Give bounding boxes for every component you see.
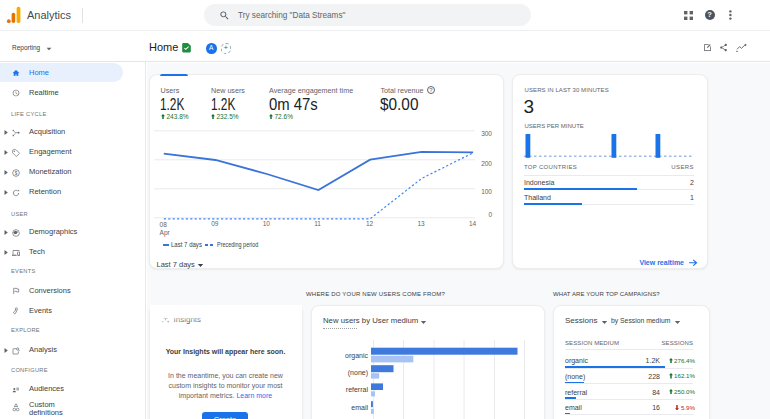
svg-text:$: $ [15,170,18,175]
